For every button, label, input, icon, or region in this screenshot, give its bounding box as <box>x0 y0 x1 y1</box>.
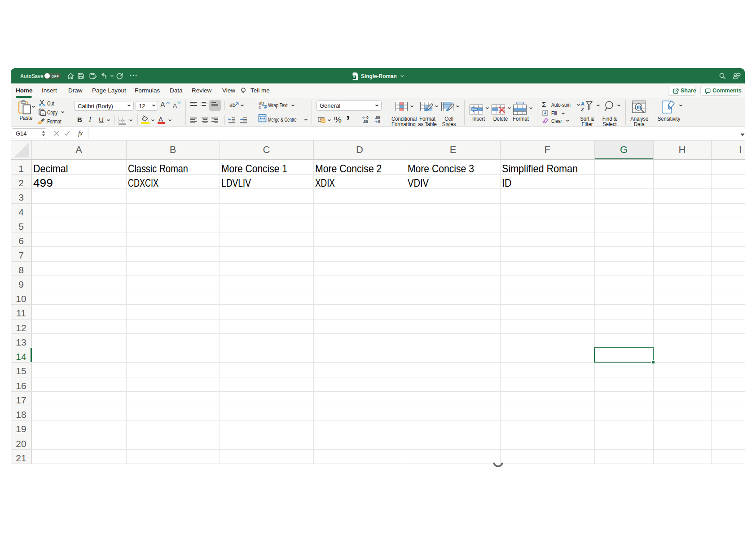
svg-text:0: 0 <box>378 119 380 124</box>
svg-text:.00: .00 <box>363 119 368 124</box>
svg-text:Z: Z <box>581 107 584 112</box>
svg-text:A: A <box>581 101 585 106</box>
svg-text:x: x <box>353 75 355 79</box>
